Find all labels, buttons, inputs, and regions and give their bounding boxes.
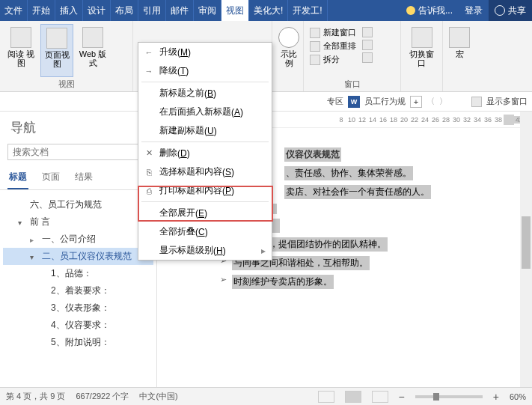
nav-tab-pages[interactable]: 页面	[40, 166, 61, 189]
tree-node[interactable]: 六、员工行为规范	[3, 196, 153, 213]
arrange-all-label: 全部重排	[323, 40, 356, 52]
scrollbar-thumb[interactable]	[522, 216, 531, 269]
slider-knob[interactable]	[433, 393, 439, 401]
macro-icon	[449, 27, 470, 48]
menu-collapse-all[interactable]: 全部折叠(C)	[138, 222, 272, 241]
menu-show-levels[interactable]: 显示标题级别(H)▸	[138, 241, 272, 260]
tree-node[interactable]: 1、品德：	[3, 265, 153, 282]
window-group-label: 窗口	[308, 79, 396, 90]
search-input[interactable]	[7, 144, 149, 160]
window-misc-2[interactable]	[362, 40, 373, 50]
menu-label: 删除	[159, 147, 177, 159]
status-page[interactable]: 第 4 页，共 9 页	[6, 391, 65, 402]
ruler-tick: 16	[378, 116, 388, 124]
next-button[interactable]: 〉	[439, 96, 447, 107]
tab-beautify[interactable]: 美化大!	[249, 0, 288, 21]
nav-title: 导航	[10, 119, 36, 136]
split-icon	[310, 55, 320, 65]
menu-label: 新建副标题	[159, 124, 204, 137]
avatar-icon	[495, 5, 505, 16]
reading-view-label: 阅读 视图	[6, 49, 36, 67]
macro-button[interactable]: 宏	[447, 24, 471, 88]
menu-separator	[141, 201, 269, 202]
tree-node[interactable]: 3、仪表形象：	[3, 299, 153, 317]
ruler-tick: 8	[336, 116, 346, 124]
nav-tab-results[interactable]: 结果	[73, 166, 94, 189]
menu-separator	[141, 141, 269, 142]
view-read-button[interactable]	[318, 391, 334, 403]
split-button[interactable]: 拆分	[310, 54, 356, 65]
tab-references[interactable]: 引用	[138, 0, 166, 21]
menu-print-content[interactable]: ⎙打印标题和内容(P)	[138, 181, 272, 200]
menu-new-before[interactable]: 新标题之前(B)	[138, 84, 272, 103]
tree-label: 一、公司介绍	[42, 234, 96, 244]
menu-new-after[interactable]: 在后面插入新标题(A)	[138, 103, 272, 121]
view-web-button[interactable]	[372, 391, 388, 403]
tab-view[interactable]: 视图	[221, 0, 249, 21]
menu-select-content[interactable]: ⎘选择标题和内容(S)	[138, 162, 272, 181]
window-misc-3[interactable]	[362, 52, 373, 63]
caret-down-icon[interactable]	[18, 217, 24, 223]
doc-fragment: 卖店、对社会作一个有责任感的人。	[284, 185, 431, 199]
menu-promote[interactable]: ←升级(M)	[138, 43, 272, 61]
tell-me[interactable]: 告诉我...	[400, 0, 459, 21]
tree-label: 1、品德：	[51, 268, 92, 278]
web-view-button[interactable]: Web 版式	[76, 24, 109, 77]
arrange-all-button[interactable]: 全部重排	[310, 40, 356, 52]
zoom-value[interactable]: 60%	[510, 392, 526, 401]
left-arrow-icon: ←	[143, 46, 155, 58]
new-window-label: 新建窗口	[323, 27, 356, 38]
tab-design[interactable]: 设计	[83, 0, 111, 21]
zoom-slider[interactable]	[415, 395, 483, 398]
reading-view-button[interactable]: 阅读 视图	[4, 24, 37, 77]
tab-layout[interactable]: 布局	[111, 0, 138, 21]
ruler-tick: 22	[409, 116, 420, 124]
tree-node[interactable]: 5、附加说明：	[3, 334, 153, 351]
tab-file[interactable]: 文件	[0, 0, 28, 21]
ruler-tick: 38	[493, 116, 504, 124]
zoom-label: 示比例	[278, 49, 299, 67]
view-print-button[interactable]	[345, 391, 361, 403]
zoom-button[interactable]: 示比例	[277, 24, 301, 88]
switch-window-button[interactable]: 切换窗口	[406, 24, 438, 88]
menu-demote[interactable]: →降级(T)	[138, 61, 272, 80]
breadcrumb-doc[interactable]: 员工行为规	[364, 96, 406, 107]
menu-key: E	[198, 208, 204, 219]
tab-review[interactable]: 审阅	[194, 0, 221, 21]
tree-node-selected[interactable]: 二、员工仪容仪表规范	[3, 248, 153, 265]
select-icon: ⎘	[143, 166, 155, 178]
menu-expand-all[interactable]: 全部展开(E)	[138, 204, 272, 222]
add-tab-button[interactable]: +	[410, 96, 422, 108]
tree-node[interactable]: 4、仪容要求：	[3, 317, 153, 334]
show-multi-window[interactable]: 显示多窗口	[486, 96, 528, 107]
tab-developer[interactable]: 开发工!	[288, 0, 327, 21]
menu-delete[interactable]: ✕删除(D)	[138, 144, 272, 162]
switch-window-icon	[412, 27, 432, 48]
page-view-button[interactable]: 页面视图	[40, 24, 73, 77]
arrange-all-icon	[310, 41, 320, 52]
tree-node[interactable]: 一、公司介绍	[3, 231, 153, 248]
menu-label: 新标题之前	[159, 87, 204, 100]
share-button[interactable]: 共享	[489, 0, 532, 21]
zoom-out-button[interactable]: −	[399, 391, 405, 403]
zoom-in-button[interactable]: +	[493, 391, 499, 403]
tree-label: 4、仪容要求：	[51, 320, 110, 330]
login-button[interactable]: 登录	[459, 0, 489, 21]
tree-node[interactable]: 前 言	[3, 213, 153, 231]
tab-insert[interactable]: 插入	[55, 0, 83, 21]
caret-right-icon[interactable]	[30, 234, 36, 240]
prev-button[interactable]: 〈	[426, 96, 435, 107]
new-window-button[interactable]: 新建窗口	[310, 27, 356, 38]
menu-new-sub[interactable]: 新建副标题(U)	[138, 121, 272, 140]
window-misc-1[interactable]	[362, 27, 373, 37]
vertical-scrollbar[interactable]	[520, 112, 532, 387]
caret-down-icon[interactable]	[30, 252, 36, 258]
tab-mailings[interactable]: 邮件	[166, 0, 194, 21]
status-words[interactable]: 667/2922 个字	[76, 391, 129, 402]
nav-tab-headings[interactable]: 标题	[7, 166, 28, 189]
tree-node[interactable]: 2、着装要求：	[3, 282, 153, 299]
misc-icon	[362, 52, 373, 63]
status-language[interactable]: 中文(中国)	[139, 391, 177, 402]
tab-home[interactable]: 开始	[28, 0, 55, 21]
web-view-icon	[82, 27, 103, 48]
